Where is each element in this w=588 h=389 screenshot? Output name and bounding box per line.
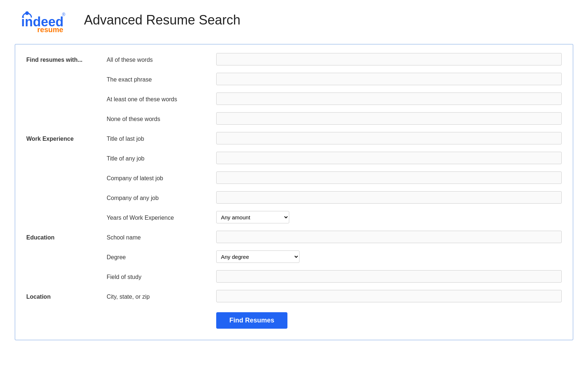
none-words-input[interactable]: [216, 112, 562, 125]
field-of-study-input[interactable]: [216, 270, 562, 283]
page-title: Advanced Resume Search: [84, 12, 240, 28]
label-exact-phrase: The exact phrase: [107, 75, 216, 83]
section-empty-4: [26, 157, 107, 159]
input-company-any-job-wrapper: [216, 191, 562, 204]
section-work-experience: Work Experience: [26, 134, 107, 142]
row-school-name: Education School name: [26, 230, 562, 244]
company-any-job-input[interactable]: [216, 191, 562, 204]
at-least-one-input[interactable]: [216, 92, 562, 105]
degree-select[interactable]: Any degree High school diploma or GED As…: [216, 250, 299, 263]
row-degree: Degree Any degree High school diploma or…: [26, 249, 562, 264]
input-title-any-job-wrapper: [216, 152, 562, 164]
company-latest-job-input[interactable]: [216, 171, 562, 184]
all-words-input[interactable]: [216, 53, 562, 65]
label-location: City, state, or zip: [107, 292, 216, 300]
section-empty-9: [26, 276, 107, 277]
search-form-container: Find resumes with... All of these words …: [15, 44, 573, 340]
page-header: indeed ® resume Advanced Resume Search: [0, 0, 588, 37]
row-company-latest-job: Company of latest job: [26, 170, 562, 185]
row-company-any-job: Company of any job: [26, 190, 562, 205]
row-exact-phrase: The exact phrase: [26, 72, 562, 86]
label-all-words: All of these words: [107, 55, 216, 63]
input-at-least-one-wrapper: [216, 92, 562, 105]
section-empty-3: [26, 118, 107, 119]
label-years-experience: Years of Work Experience: [107, 213, 216, 221]
svg-text:resume: resume: [37, 26, 63, 33]
input-school-name-wrapper: [216, 231, 562, 243]
input-company-latest-job-wrapper: [216, 171, 562, 184]
indeed-logo-svg: indeed ® resume: [15, 7, 73, 33]
advanced-search-form: Find resumes with... All of these words …: [26, 52, 562, 329]
label-company-any-job: Company of any job: [107, 193, 216, 201]
row-title-last-job: Work Experience Title of last job: [26, 131, 562, 146]
row-field-of-study: Field of study: [26, 269, 562, 284]
section-education: Education: [26, 233, 107, 241]
section-empty-2: [26, 98, 107, 99]
section-empty-6: [26, 197, 107, 198]
label-none-words: None of these words: [107, 114, 216, 122]
label-company-latest-job: Company of latest job: [107, 174, 216, 182]
school-name-input[interactable]: [216, 231, 562, 243]
input-exact-phrase-wrapper: [216, 73, 562, 85]
section-empty-8: [26, 256, 107, 257]
row-all-words: Find resumes with... All of these words: [26, 52, 562, 67]
label-at-least-one: At least one of these words: [107, 95, 216, 103]
label-field-of-study: Field of study: [107, 272, 216, 280]
row-title-any-job: Title of any job: [26, 151, 562, 165]
submit-row: Find Resumes: [26, 309, 562, 329]
label-title-any-job: Title of any job: [107, 154, 216, 162]
label-school-name: School name: [107, 233, 216, 241]
section-find-resumes: Find resumes with...: [26, 55, 107, 63]
section-empty-1: [26, 78, 107, 80]
svg-text:®: ®: [62, 12, 65, 17]
title-last-job-input[interactable]: [216, 132, 562, 144]
input-title-last-job-wrapper: [216, 132, 562, 144]
label-title-last-job: Title of last job: [107, 134, 216, 142]
exact-phrase-input[interactable]: [216, 73, 562, 85]
input-location-wrapper: [216, 290, 562, 302]
input-field-of-study-wrapper: [216, 270, 562, 283]
input-none-words-wrapper: [216, 112, 562, 125]
row-years-experience: Years of Work Experience Any amount Less…: [26, 210, 562, 224]
row-at-least-one: At least one of these words: [26, 91, 562, 106]
select-years-experience-wrapper: Any amount Less than 1 year 1 year 2 yea…: [216, 211, 562, 223]
section-location: Location: [26, 292, 107, 300]
logo: indeed ® resume: [15, 7, 73, 33]
find-resumes-button[interactable]: Find Resumes: [216, 312, 287, 329]
location-input[interactable]: [216, 290, 562, 302]
row-none-words: None of these words: [26, 111, 562, 126]
section-empty-5: [26, 177, 107, 178]
label-degree: Degree: [107, 253, 216, 261]
years-experience-select[interactable]: Any amount Less than 1 year 1 year 2 yea…: [216, 211, 289, 223]
row-location: Location City, state, or zip: [26, 289, 562, 303]
select-degree-wrapper: Any degree High school diploma or GED As…: [216, 250, 562, 263]
section-empty-7: [26, 216, 107, 218]
title-any-job-input[interactable]: [216, 152, 562, 164]
input-all-words-wrapper: [216, 53, 562, 65]
